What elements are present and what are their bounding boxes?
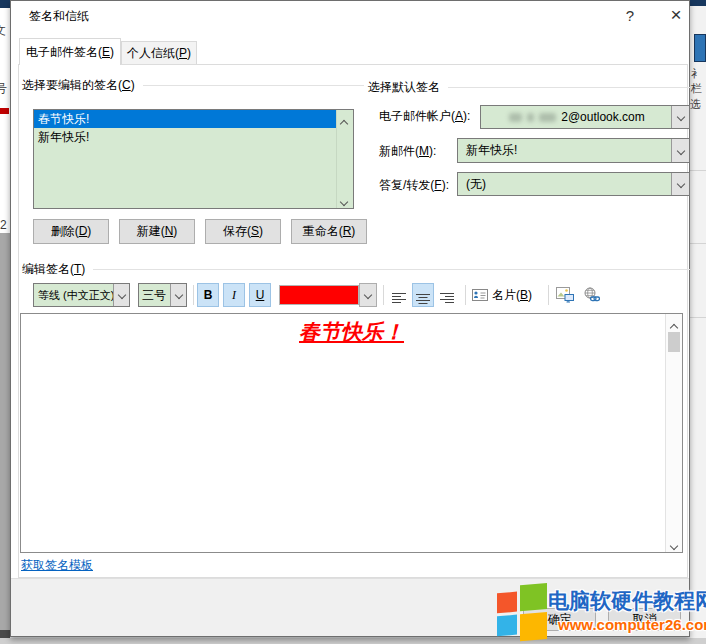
toolbar-separator bbox=[193, 285, 194, 305]
new-messages-label: 新邮件(M): bbox=[379, 143, 436, 160]
font-name-select[interactable]: 等线 (中文正文) bbox=[33, 283, 130, 307]
toolbar-separator bbox=[548, 285, 549, 305]
align-left-icon bbox=[392, 294, 406, 303]
select-signature-group-header: 选择要编辑的签名(C) bbox=[22, 77, 364, 94]
email-signature-tab-page: 选择要编辑的签名(C) 春节快乐! 新年快乐! 删除(D) 新建(N) 保存(S… bbox=[18, 64, 688, 578]
listbox-scrollbar[interactable] bbox=[336, 110, 353, 208]
replies-forwards-dropdown-arrow[interactable] bbox=[671, 173, 689, 195]
default-signature-group-header: 选择默认签名 bbox=[368, 79, 690, 96]
background-glyph-fragment: 选 bbox=[690, 97, 701, 112]
group-divider-line bbox=[93, 269, 690, 270]
list-item[interactable]: 新年快乐! bbox=[34, 128, 336, 146]
save-button[interactable]: 保存(S) bbox=[205, 219, 281, 244]
replies-forwards-select[interactable]: (无) bbox=[457, 172, 690, 196]
background-glyph-fragment: 衤 bbox=[691, 66, 702, 81]
bold-button[interactable]: B bbox=[197, 283, 219, 307]
italic-button[interactable]: I bbox=[223, 283, 245, 307]
underline-button[interactable]: U bbox=[249, 283, 271, 307]
scroll-down-icon[interactable] bbox=[340, 198, 348, 206]
new-messages-dropdown-arrow[interactable] bbox=[671, 139, 689, 162]
replies-forwards-label: 答复/转发(F): bbox=[379, 177, 449, 194]
group-divider-line bbox=[448, 87, 690, 88]
insert-hyperlink-button[interactable] bbox=[580, 283, 602, 307]
screenshot-root: 文 号 2 衤 栏 选 签名和信纸 ? × 电子邮件签名(E) 个人信纸(P) bbox=[0, 0, 706, 644]
help-button[interactable]: ? bbox=[613, 1, 647, 31]
default-signature-label: 选择默认签名 bbox=[368, 79, 440, 96]
align-right-button[interactable] bbox=[436, 283, 458, 307]
signature-listbox[interactable]: 春节快乐! 新年快乐! bbox=[33, 109, 354, 209]
background-divider bbox=[690, 243, 706, 244]
close-icon[interactable]: × bbox=[659, 1, 693, 31]
scroll-down-icon[interactable] bbox=[670, 542, 678, 550]
background-blue-button-fragment bbox=[694, 34, 706, 62]
business-card-icon bbox=[472, 289, 488, 301]
scroll-up-icon[interactable] bbox=[340, 120, 348, 128]
align-center-icon bbox=[416, 295, 430, 304]
new-button[interactable]: 新建(N) bbox=[119, 219, 195, 244]
toolbar-separator bbox=[383, 285, 384, 305]
font-size-dropdown-arrow[interactable] bbox=[170, 284, 186, 306]
scrollbar-thumb[interactable] bbox=[668, 332, 680, 352]
cancel-button[interactable]: 取消 bbox=[608, 608, 681, 631]
background-gray-fragment bbox=[0, 233, 10, 630]
rename-button[interactable]: 重命名(R) bbox=[291, 219, 367, 244]
background-glyph-fragment: 2 bbox=[0, 218, 7, 232]
get-signature-templates-link[interactable]: 获取签名模板 bbox=[21, 557, 93, 574]
replies-forwards-value: (无) bbox=[458, 173, 671, 195]
align-center-button[interactable] bbox=[412, 283, 434, 307]
insert-hyperlink-icon bbox=[583, 287, 600, 303]
font-color-swatch[interactable] bbox=[279, 285, 359, 305]
list-item[interactable]: 春节快乐! bbox=[34, 110, 336, 128]
align-left-button[interactable] bbox=[388, 283, 410, 307]
toolbar-separator bbox=[465, 285, 466, 305]
signature-body-text: 春节快乐！ bbox=[21, 318, 682, 346]
background-right-sliver: 衤 栏 选 bbox=[690, 0, 706, 644]
ok-button[interactable]: 确定 bbox=[523, 608, 596, 631]
font-color-dropdown-arrow[interactable] bbox=[359, 283, 377, 307]
edit-signature-group-header: 编辑签名(T) bbox=[22, 261, 690, 278]
dialog-titlebar[interactable]: 签名和信纸 ? × bbox=[11, 1, 689, 31]
email-account-dropdown-arrow[interactable] bbox=[671, 106, 689, 128]
email-account-label: 电子邮件帐户(A): bbox=[379, 108, 470, 125]
scroll-up-icon[interactable] bbox=[670, 324, 678, 332]
business-card-button[interactable]: 名片(B) bbox=[472, 283, 548, 307]
background-bottom-strip bbox=[0, 638, 706, 644]
insert-picture-button[interactable] bbox=[554, 283, 576, 307]
insert-picture-icon bbox=[556, 287, 574, 303]
background-divider bbox=[690, 317, 706, 318]
email-account-select[interactable]: 2@outlook.com bbox=[480, 105, 690, 129]
signature-editor[interactable]: 春节快乐！ bbox=[20, 313, 683, 553]
font-size-select[interactable]: 三号 bbox=[138, 283, 187, 307]
font-name-value: 等线 (中文正文) bbox=[34, 284, 113, 306]
business-card-label: 名片(B) bbox=[492, 287, 532, 304]
dialog-title: 签名和信纸 bbox=[29, 8, 89, 25]
redacted-email-prefix bbox=[509, 106, 561, 128]
font-color-red-bar-fragment bbox=[0, 108, 9, 114]
email-account-value: 2@outlook.com bbox=[561, 106, 645, 128]
group-divider-line bbox=[143, 85, 364, 86]
delete-button[interactable]: 删除(D) bbox=[33, 219, 109, 244]
background-glyph-fragment: 号 bbox=[0, 80, 7, 97]
align-right-icon bbox=[440, 294, 454, 303]
editor-scrollbar[interactable] bbox=[665, 314, 682, 552]
background-glyph-fragment: 文 bbox=[0, 22, 6, 39]
font-name-dropdown-arrow[interactable] bbox=[113, 284, 129, 306]
new-messages-select[interactable]: 新年快乐! bbox=[457, 138, 690, 163]
background-glyph-fragment: 栏 bbox=[691, 81, 702, 96]
signatures-dialog: 签名和信纸 ? × 电子邮件签名(E) 个人信纸(P) 选择要编辑的签名(C) … bbox=[10, 0, 690, 637]
background-divider bbox=[690, 170, 706, 171]
tab-email-signature[interactable]: 电子邮件签名(E) bbox=[19, 38, 121, 65]
dialog-footer: 确定 取消 bbox=[11, 578, 689, 636]
edit-signature-label: 编辑签名(T) bbox=[22, 261, 85, 278]
new-messages-value: 新年快乐! bbox=[458, 139, 671, 162]
select-signature-label: 选择要编辑的签名(C) bbox=[22, 77, 135, 94]
font-size-value: 三号 bbox=[139, 284, 170, 306]
tab-personal-stationery[interactable]: 个人信纸(P) bbox=[121, 41, 197, 65]
background-titlebar-fragment bbox=[0, 0, 10, 8]
background-left-sliver: 文 号 2 bbox=[0, 0, 10, 644]
